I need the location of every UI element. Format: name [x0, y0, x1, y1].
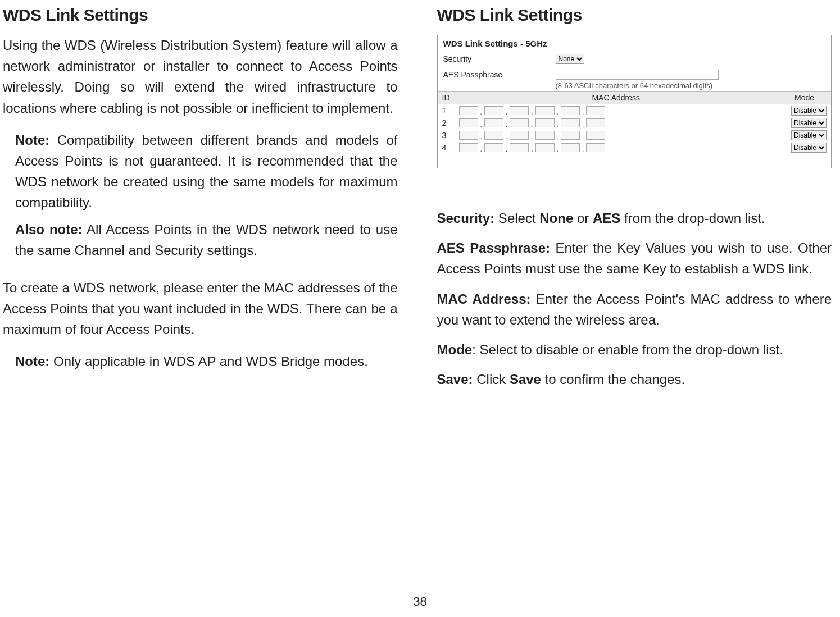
mode-select[interactable]: Disable	[791, 130, 827, 140]
mac-separator: .	[480, 121, 482, 129]
def-save-t2: to confirm the changes.	[541, 372, 685, 387]
right-heading: WDS Link Settings	[437, 6, 832, 25]
mac-separator: .	[557, 121, 559, 129]
row-id: 3	[438, 129, 455, 141]
note2-label: Also note:	[15, 222, 83, 237]
row-id: 1	[438, 104, 455, 117]
def-mac: MAC Address: Enter the Access Point's MA…	[437, 289, 832, 330]
mac-octet-input[interactable]	[510, 118, 529, 127]
def-mode-label: Mode	[437, 342, 473, 357]
mac-separator: .	[506, 133, 507, 141]
note1: Note: Compatibility between different br…	[15, 130, 398, 213]
mac-octet-input[interactable]	[484, 143, 503, 152]
note2: Also note: All Access Points in the WDS …	[15, 219, 398, 260]
def-mac-label: MAC Address:	[437, 291, 531, 307]
mac-octet-input[interactable]	[535, 143, 555, 152]
security-select[interactable]: None	[556, 54, 584, 64]
passphrase-hint: (8-63 ASCII characters or 64 hexadecimal…	[438, 81, 832, 90]
mac-octet-input[interactable]	[561, 131, 580, 140]
mac-input-group: . . . . .	[459, 118, 774, 127]
def-security-none: None	[539, 211, 573, 226]
def-security-or: or	[573, 211, 593, 226]
mac-octet-input[interactable]	[459, 118, 478, 127]
mac-octet-input[interactable]	[535, 106, 555, 115]
mac-input-group: . . . . .	[459, 106, 774, 115]
mac-separator: .	[480, 108, 482, 116]
mac-octet-input[interactable]	[586, 118, 605, 127]
page-number: 38	[413, 595, 426, 609]
mac-separator: .	[480, 145, 482, 153]
def-aes-label: AES Passphrase:	[437, 240, 551, 255]
def-mode-text: : Select to disable or enable from the d…	[472, 342, 783, 357]
mac-separator: .	[506, 145, 507, 153]
mac-octet-input[interactable]	[535, 131, 555, 140]
left-column: WDS Link Settings Using the WDS (Wireles…	[3, 6, 398, 606]
mac-octet-input[interactable]	[510, 131, 529, 140]
row-mode: Disable	[778, 129, 831, 141]
note3: Note: Only applicable in WDS AP and WDS …	[15, 351, 398, 372]
mac-octet-input[interactable]	[535, 118, 555, 127]
mac-separator: .	[531, 145, 533, 153]
mac-octet-input[interactable]	[510, 106, 529, 115]
table-row: 1 . . . . . Disable	[438, 104, 832, 117]
intro-paragraph: Using the WDS (Wireless Distribution Sys…	[3, 35, 398, 118]
passphrase-label: AES Passphrase	[443, 70, 556, 79]
row-mac: . . . . .	[455, 141, 778, 154]
mac-octet-input[interactable]	[586, 143, 605, 152]
mac-separator: .	[531, 133, 533, 141]
mode-select[interactable]: Disable	[791, 106, 827, 116]
def-security-label: Security:	[437, 211, 495, 226]
row-id: 2	[438, 117, 455, 129]
mac-octet-input[interactable]	[459, 131, 478, 140]
left-heading: WDS Link Settings	[3, 6, 398, 25]
mode-select[interactable]: Disable	[791, 118, 827, 128]
mac-table-body: 1 . . . . . Disable	[438, 104, 832, 154]
table-row: 2 . . . . . Disable	[438, 117, 832, 129]
mac-octet-input[interactable]	[586, 106, 605, 115]
mac-octet-input[interactable]	[561, 106, 580, 115]
mode-select[interactable]: Disable	[791, 143, 827, 153]
th-id: ID	[438, 92, 455, 104]
panel-title: WDS Link Settings - 5GHz	[438, 35, 832, 51]
note1-label: Note:	[15, 132, 49, 148]
security-label: Security	[443, 54, 556, 63]
wds-settings-panel: WDS Link Settings - 5GHz Security None A…	[437, 35, 832, 168]
mac-separator: .	[531, 108, 533, 116]
def-save: Save: Click Save to confirm the changes.	[437, 369, 832, 390]
mac-octet-input[interactable]	[459, 106, 478, 115]
mac-octet-input[interactable]	[484, 131, 503, 140]
passphrase-row: AES Passphrase	[438, 67, 832, 83]
mac-separator: .	[582, 108, 584, 116]
row-mode: Disable	[778, 141, 831, 154]
def-security-t1: Select	[494, 211, 539, 226]
mac-octet-input[interactable]	[510, 143, 529, 152]
mac-separator: .	[506, 108, 507, 116]
passphrase-input[interactable]	[556, 70, 719, 80]
mac-input-group: . . . . .	[459, 143, 774, 152]
mac-octet-input[interactable]	[484, 118, 503, 127]
mac-separator: .	[531, 121, 533, 129]
mac-octet-input[interactable]	[561, 143, 580, 152]
mac-octet-input[interactable]	[484, 106, 503, 115]
note1-text: Compatibility between different brands a…	[15, 132, 398, 211]
para2: To create a WDS network, please enter th…	[3, 277, 398, 340]
row-mode: Disable	[778, 117, 831, 129]
th-mac: MAC Address	[455, 92, 778, 104]
mac-separator: .	[582, 145, 584, 153]
mac-octet-input[interactable]	[586, 131, 605, 140]
def-security: Security: Select None or AES from the dr…	[437, 208, 832, 228]
def-save-t1: Click	[473, 372, 510, 387]
note-block-2: Note: Only applicable in WDS AP and WDS …	[3, 351, 398, 377]
note3-text: Only applicable in WDS AP and WDS Bridge…	[49, 354, 367, 369]
mac-separator: .	[557, 108, 559, 116]
mac-octet-input[interactable]	[459, 143, 478, 152]
def-mode: Mode: Select to disable or enable from t…	[437, 339, 832, 360]
mac-separator: .	[557, 145, 559, 153]
table-row: 3 . . . . . Disable	[438, 129, 832, 141]
mac-octet-input[interactable]	[561, 118, 580, 127]
table-row: 4 . . . . . Disable	[438, 141, 832, 154]
row-mac: . . . . .	[455, 129, 778, 141]
mac-separator: .	[582, 133, 584, 141]
row-mac: . . . . .	[455, 117, 778, 129]
th-mode: Mode	[778, 92, 831, 104]
